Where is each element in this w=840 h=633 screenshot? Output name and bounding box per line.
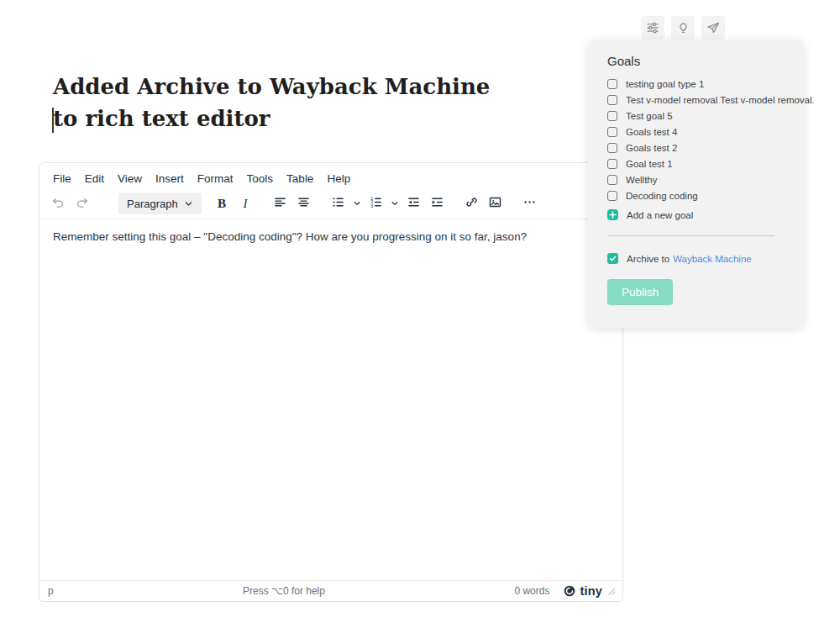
goal-label: Wellthy — [626, 175, 658, 185]
chevron-down-icon — [184, 199, 193, 208]
editor-menubar: File Edit View Insert Format Tools Table… — [39, 163, 622, 190]
align-center-button[interactable] — [293, 193, 313, 214]
goal-checkbox[interactable] — [607, 111, 617, 121]
more-dots-icon — [522, 195, 537, 212]
resize-handle[interactable] — [608, 588, 616, 595]
indent-button[interactable] — [427, 193, 447, 214]
redo-icon — [75, 195, 89, 212]
tiny-brand-link[interactable]: tiny — [563, 584, 602, 598]
plus-icon — [607, 209, 618, 220]
link-icon — [465, 195, 479, 212]
history-group — [48, 193, 95, 214]
bold-button[interactable]: B — [212, 193, 232, 214]
menu-file[interactable]: File — [46, 169, 78, 188]
align-group — [270, 193, 317, 214]
goal-checkbox[interactable] — [607, 127, 617, 137]
add-goal-label: Add a new goal — [627, 210, 693, 220]
editor-paragraph: Remember setting this goal – "Decoding c… — [53, 230, 609, 243]
post-title-line-2: to rich text editor — [53, 103, 490, 135]
tiny-logo-icon — [563, 584, 576, 598]
goal-checkbox[interactable] — [607, 143, 617, 153]
goal-checkbox[interactable] — [607, 191, 617, 201]
send-button[interactable] — [701, 16, 725, 40]
goal-label: Goal test 1 — [626, 159, 673, 169]
goal-label: Test goal 5 — [626, 111, 673, 121]
format-group: B I — [212, 193, 259, 214]
goal-row[interactable]: Goal test 1 — [607, 159, 784, 169]
goal-checkbox[interactable] — [607, 175, 617, 185]
rich-text-editor: File Edit View Insert Format Tools Table… — [39, 162, 623, 602]
send-icon — [706, 20, 721, 35]
editor-toolbar: Paragraph B I 123 — [39, 190, 622, 219]
goal-row[interactable]: Decoding coding — [607, 191, 784, 201]
topbar-actions — [641, 16, 725, 40]
tiny-brand-text: tiny — [580, 584, 602, 598]
menu-format[interactable]: Format — [191, 169, 240, 188]
goals-panel-title: Goals — [607, 54, 784, 68]
word-count: 0 words — [514, 585, 549, 597]
editor-content[interactable]: Remember setting this goal – "Decoding c… — [39, 219, 622, 580]
outdent-button[interactable] — [403, 193, 423, 214]
help-text: Press ⌥0 for help — [54, 585, 515, 597]
menu-insert[interactable]: Insert — [149, 169, 191, 188]
align-left-button[interactable] — [270, 193, 290, 214]
italic-icon: I — [244, 197, 248, 211]
goal-checkbox[interactable] — [607, 79, 617, 89]
goal-row[interactable]: Test v-model removal Test v-model remova… — [607, 95, 784, 105]
menu-edit[interactable]: Edit — [78, 169, 111, 188]
goal-row[interactable]: Goals test 2 — [607, 143, 784, 153]
align-center-icon — [297, 195, 311, 212]
undo-icon — [51, 195, 66, 212]
add-goal-button[interactable]: Add a new goal — [607, 209, 784, 220]
menu-help[interactable]: Help — [320, 169, 357, 188]
goal-row[interactable]: testing goal type 1 — [607, 79, 784, 89]
menu-view[interactable]: View — [111, 169, 149, 188]
more-group — [519, 193, 543, 214]
element-path[interactable]: p — [48, 585, 54, 597]
goal-label: Decoding coding — [626, 191, 698, 201]
post-title[interactable]: Added Archive to Wayback Machine to rich… — [53, 71, 490, 135]
italic-button[interactable]: I — [235, 193, 255, 214]
numbered-list-button[interactable]: 123 — [365, 193, 386, 214]
wayback-machine-link[interactable]: Wayback Machine — [673, 254, 752, 264]
page: Goals testing goal type 1 Test v-model r… — [0, 0, 840, 633]
lightbulb-button[interactable] — [671, 16, 695, 40]
lightbulb-icon — [676, 21, 690, 35]
bullet-list-button[interactable] — [328, 193, 348, 214]
svg-text:3: 3 — [370, 203, 373, 208]
editor-statusbar: p Press ⌥0 for help 0 words tiny — [39, 580, 622, 601]
bullet-list-chevron[interactable] — [351, 193, 362, 214]
goal-label: Test v-model removal Test v-model remova… — [626, 95, 815, 105]
sliders-icon — [645, 20, 660, 35]
goals-panel: Goals testing goal type 1 Test v-model r… — [588, 40, 804, 328]
menu-table[interactable]: Table — [280, 169, 320, 188]
goal-row[interactable]: Wellthy — [607, 175, 784, 185]
archive-row: Archive to Wayback Machine — [607, 253, 784, 264]
panel-divider — [607, 235, 774, 236]
goal-row[interactable]: Goals test 4 — [607, 127, 784, 137]
indent-icon — [430, 195, 444, 212]
menu-tools[interactable]: Tools — [240, 169, 281, 188]
undo-button[interactable] — [48, 193, 68, 214]
numbered-list-chevron[interactable] — [389, 193, 400, 214]
publish-button[interactable]: Publish — [607, 279, 673, 305]
align-left-icon — [273, 195, 287, 212]
more-button[interactable] — [519, 193, 539, 214]
settings-sliders-button[interactable] — [641, 16, 664, 40]
goal-row[interactable]: Test goal 5 — [607, 111, 784, 121]
post-title-line-1: Added Archive to Wayback Machine — [53, 71, 490, 103]
goal-label: Goals test 4 — [626, 127, 677, 137]
image-button[interactable] — [485, 193, 505, 214]
link-button[interactable] — [461, 193, 481, 214]
archive-label: Archive to — [627, 254, 669, 264]
paragraph-style-select[interactable]: Paragraph — [118, 193, 202, 214]
goal-checkbox[interactable] — [607, 159, 617, 169]
archive-checkbox-checked[interactable] — [607, 253, 618, 264]
goal-checkbox[interactable] — [607, 95, 617, 105]
bullet-list-icon — [331, 195, 345, 212]
redo-button[interactable] — [71, 193, 92, 214]
goal-label: testing goal type 1 — [626, 79, 704, 89]
insert-group — [461, 193, 508, 214]
text-cursor — [52, 108, 54, 133]
goal-label: Goals test 2 — [626, 143, 677, 153]
